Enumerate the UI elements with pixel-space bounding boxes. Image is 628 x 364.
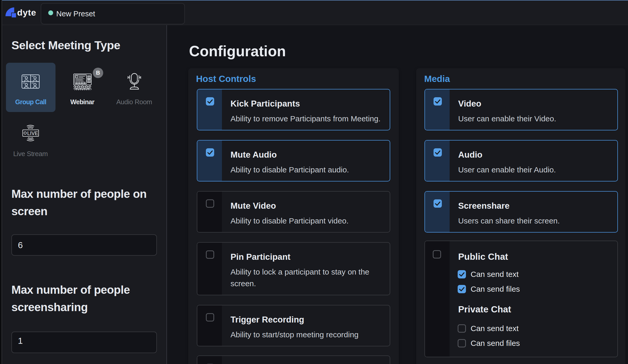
svg-text:LIVE: LIVE	[27, 130, 38, 136]
